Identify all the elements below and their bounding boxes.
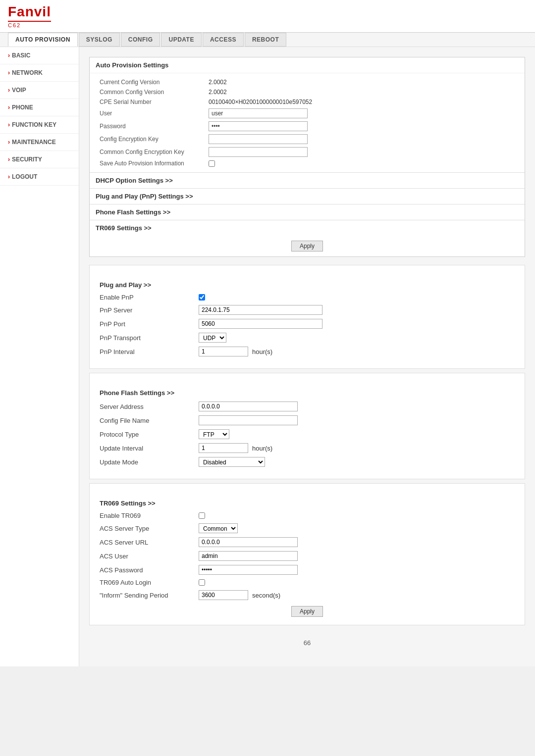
password-input[interactable]: [209, 121, 308, 131]
config-file-row: Config File Name: [100, 415, 515, 425]
pnp-interval-row: PnP Interval hour(s): [100, 347, 515, 356]
row-save-auto: Save Auto Provision Information: [100, 158, 515, 168]
pnp-transport-select[interactable]: UDP TCP: [199, 333, 226, 343]
enable-pnp-checkbox[interactable]: [199, 294, 205, 301]
config-enc-input[interactable]: [209, 134, 308, 144]
pnp-header: Plug and Play >>: [100, 281, 515, 289]
row-password: Password: [100, 120, 515, 133]
layout: ›BASIC ›NETWORK ›VOIP ›PHONE ›FUNCTION K…: [0, 47, 535, 666]
enable-tr069-checkbox[interactable]: [199, 512, 205, 519]
page-number: 66: [89, 629, 525, 656]
inform-period-row: "Inform" Sending Period second(s): [100, 590, 515, 600]
apply-row-top: Apply: [90, 236, 525, 256]
pnp-port-input[interactable]: [199, 319, 322, 329]
update-interval-row: Update Interval hour(s): [100, 443, 515, 453]
enable-tr069-row: Enable TR069: [100, 512, 515, 519]
sidebar-item-basic[interactable]: ›BASIC: [0, 47, 79, 64]
update-interval-suffix: hour(s): [252, 445, 272, 452]
acs-user-input[interactable]: [199, 551, 298, 561]
row-cpe-serial: CPE Serial Number 00100400×H020010000000…: [100, 97, 515, 107]
acs-password-input[interactable]: [199, 565, 298, 575]
tab-reboot[interactable]: REBOOT: [245, 33, 286, 47]
sidebar-item-maintenance[interactable]: ›MAINTENANCE: [0, 134, 79, 151]
server-address-input[interactable]: [199, 402, 298, 411]
save-auto-checkbox[interactable]: [209, 160, 215, 167]
pnp-port-row: PnP Port: [100, 319, 515, 329]
acs-server-url-row: ACS Server URL: [100, 537, 515, 547]
navbar: AUTO PROVISION SYSLOG CONFIG UPDATE ACCE…: [0, 33, 535, 47]
apply-button-top[interactable]: Apply: [291, 241, 323, 252]
tr069-header: TR069 Settings >>: [100, 500, 515, 507]
tr069-auto-login-row: TR069 Auto Login: [100, 579, 515, 586]
phone-flash-section: Phone Flash Settings >> Server Address C…: [89, 373, 525, 479]
pnp-server-row: PnP Server: [100, 305, 515, 315]
bottom-apply-row: Apply: [100, 606, 515, 617]
tab-access[interactable]: ACCESS: [203, 33, 244, 47]
config-file-input[interactable]: [199, 415, 298, 425]
header: Fanvil C62: [0, 0, 535, 33]
server-address-row: Server Address: [100, 402, 515, 411]
row-common-config: Common Config Version 2.0002: [100, 87, 515, 97]
update-mode-row: Update Mode Disabled Update after reboot…: [100, 457, 515, 467]
pnp-section: Plug and Play >> Enable PnP PnP Server P…: [89, 265, 525, 369]
row-current-config: Current Config Version 2.0002: [100, 77, 515, 87]
dhcp-option-link[interactable]: DHCP Option Settings >>: [90, 172, 525, 188]
update-mode-select[interactable]: Disabled Update after reboot Update at i…: [199, 457, 265, 467]
row-user: User: [100, 107, 515, 120]
row-common-enc: Common Config Encryption Key: [100, 146, 515, 158]
tab-syslog[interactable]: SYSLOG: [79, 33, 120, 47]
row-config-enc: Config Encryption Key: [100, 133, 515, 146]
sidebar-item-network[interactable]: ›NETWORK: [0, 64, 79, 82]
apply-button-bottom[interactable]: Apply: [291, 606, 323, 617]
logo-fanvil: Fanvil: [8, 4, 51, 20]
logo: Fanvil C62: [8, 4, 51, 28]
tr069-auto-login-checkbox[interactable]: [199, 579, 205, 586]
pnp-transport-row: PnP Transport UDP TCP: [100, 333, 515, 343]
inform-period-suffix: second(s): [252, 592, 280, 599]
acs-server-type-select[interactable]: Common Others: [199, 523, 238, 533]
auto-provision-fields: Current Config Version 2.0002 Common Con…: [90, 73, 525, 172]
protocol-type-row: Protocol Type FTP TFTP HTTP: [100, 429, 515, 439]
protocol-type-select[interactable]: FTP TFTP HTTP: [199, 429, 229, 439]
pnp-enable-row: Enable PnP: [100, 294, 515, 301]
logo-model: C62: [8, 21, 51, 28]
main-content: Auto Provision Settings Current Config V…: [79, 47, 535, 666]
acs-server-type-row: ACS Server Type Common Others: [100, 523, 515, 533]
tab-update[interactable]: UPDATE: [161, 33, 201, 47]
auto-provision-box: Auto Provision Settings Current Config V…: [89, 57, 525, 257]
pnp-link[interactable]: Plug and Play (PnP) Settings >>: [90, 188, 525, 204]
acs-server-url-input[interactable]: [199, 537, 298, 547]
user-input[interactable]: [209, 108, 308, 118]
pnp-interval-suffix: hour(s): [252, 348, 272, 355]
sidebar: ›BASIC ›NETWORK ›VOIP ›PHONE ›FUNCTION K…: [0, 47, 79, 666]
tab-auto-provision[interactable]: AUTO PROVISION: [8, 33, 78, 47]
sidebar-item-security[interactable]: ›SECURITY: [0, 151, 79, 168]
sidebar-item-logout[interactable]: ›LOGOUT: [0, 168, 79, 186]
common-enc-input[interactable]: [209, 147, 308, 157]
pnp-interval-input[interactable]: [199, 347, 248, 356]
tab-config[interactable]: CONFIG: [121, 33, 160, 47]
auto-provision-title: Auto Provision Settings: [90, 57, 525, 73]
phone-flash-link[interactable]: Phone Flash Settings >>: [90, 204, 525, 220]
tr069-link[interactable]: TR069 Settings >>: [90, 220, 525, 236]
tr069-section: TR069 Settings >> Enable TR069 ACS Serve…: [89, 483, 525, 625]
phone-flash-header: Phone Flash Settings >>: [100, 389, 515, 397]
update-interval-input[interactable]: [199, 443, 248, 453]
pnp-server-input[interactable]: [199, 305, 322, 315]
sidebar-item-function-key[interactable]: ›FUNCTION KEY: [0, 116, 79, 134]
acs-password-row: ACS Password: [100, 565, 515, 575]
acs-user-row: ACS User: [100, 551, 515, 561]
sidebar-item-phone[interactable]: ›PHONE: [0, 99, 79, 116]
inform-period-input[interactable]: [199, 590, 248, 600]
sidebar-item-voip[interactable]: ›VOIP: [0, 82, 79, 99]
